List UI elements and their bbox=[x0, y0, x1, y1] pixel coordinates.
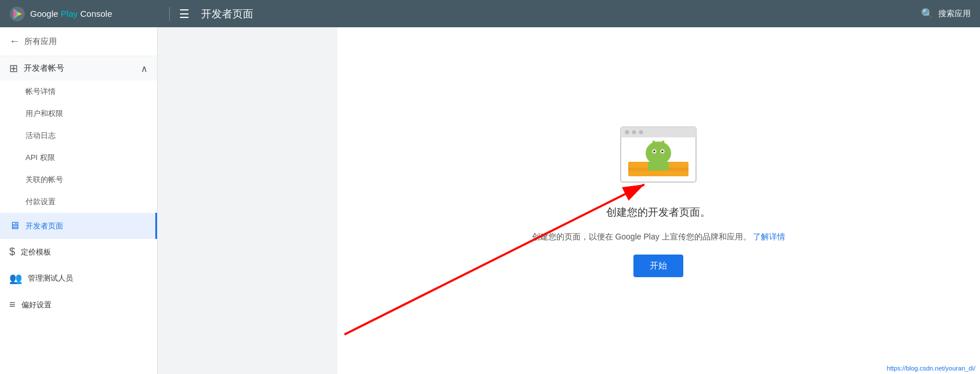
back-nav[interactable]: ← 所有应用 bbox=[0, 27, 157, 56]
pricing-icon: $ bbox=[9, 246, 15, 258]
logo-area: Google Play Console bbox=[9, 6, 160, 22]
header: Google Play Console ☰ 开发者页面 🔍 搜索应用 bbox=[0, 0, 980, 27]
back-arrow-icon: ← bbox=[9, 35, 20, 48]
sidebar-item-developer-page[interactable]: 🖥 开发者页面 bbox=[0, 213, 157, 239]
footer-url: https://blog.csdn.net/youran_di/ bbox=[887, 365, 975, 372]
page-title-header: 开发者页面 bbox=[201, 7, 253, 21]
test-managers-label: 管理测试人员 bbox=[28, 273, 73, 284]
section-header-left: ⊞ 开发者帐号 bbox=[9, 62, 64, 75]
content-area: 创建您的开发者页面。 创建您的页面，以便在 Google Play 上宣传您的品… bbox=[158, 27, 980, 374]
svg-point-5 bbox=[625, 130, 629, 135]
google-play-logo-icon bbox=[9, 6, 25, 22]
back-label: 所有应用 bbox=[24, 37, 57, 47]
developer-page-icon: 🖥 bbox=[9, 220, 20, 232]
developer-account-icon: ⊞ bbox=[9, 62, 18, 75]
svg-point-10 bbox=[646, 141, 671, 165]
header-divider bbox=[169, 7, 170, 21]
chevron-up-icon[interactable]: ∧ bbox=[141, 63, 148, 74]
start-button[interactable]: 开始 bbox=[633, 255, 683, 277]
svg-rect-19 bbox=[648, 162, 669, 170]
logo-text: Google Play Console bbox=[30, 9, 112, 19]
sidebar: ← 所有应用 ⊞ 开发者帐号 ∧ 帐号详情 用户和权限 活动日志 API 权限 … bbox=[0, 27, 158, 374]
sidebar-item-preferences[interactable]: ≡ 偏好设置 bbox=[0, 292, 157, 318]
sidebar-item-pricing[interactable]: $ 定价模板 bbox=[0, 239, 157, 265]
sidebar-item-api[interactable]: API 权限 bbox=[0, 147, 157, 169]
search-icon[interactable]: 🔍 bbox=[921, 8, 934, 20]
developer-page-illustration bbox=[612, 124, 705, 194]
developer-account-section[interactable]: ⊞ 开发者帐号 ∧ bbox=[0, 56, 157, 81]
content-title: 创建您的开发者页面。 bbox=[606, 205, 711, 219]
sidebar-item-payment[interactable]: 付款设置 bbox=[0, 191, 157, 213]
svg-rect-4 bbox=[621, 133, 696, 137]
developer-page-label: 开发者页面 bbox=[25, 221, 63, 231]
account-sub-items: 帐号详情 用户和权限 活动日志 API 权限 关联的帐号 付款设置 bbox=[0, 81, 157, 213]
content-left-panel bbox=[158, 27, 337, 374]
svg-point-6 bbox=[632, 130, 636, 135]
sidebar-item-linked-accounts[interactable]: 关联的帐号 bbox=[0, 169, 157, 191]
content-main: 创建您的开发者页面。 创建您的页面，以便在 Google Play 上宣传您的品… bbox=[337, 27, 980, 374]
test-managers-icon: 👥 bbox=[9, 272, 22, 285]
svg-point-17 bbox=[653, 141, 655, 144]
preferences-label: 偏好设置 bbox=[21, 300, 52, 310]
preferences-icon: ≡ bbox=[9, 299, 16, 311]
center-card: 创建您的开发者页面。 创建您的页面，以便在 Google Play 上宣传您的品… bbox=[532, 124, 786, 277]
hamburger-icon[interactable]: ☰ bbox=[179, 7, 190, 21]
sidebar-item-users-permissions[interactable]: 用户和权限 bbox=[0, 103, 157, 125]
svg-point-14 bbox=[662, 150, 664, 152]
developer-account-title: 开发者帐号 bbox=[24, 63, 64, 74]
header-left: Google Play Console ☰ 开发者页面 bbox=[9, 6, 253, 22]
pricing-label: 定价模板 bbox=[21, 247, 51, 257]
main-layout: ← 所有应用 ⊞ 开发者帐号 ∧ 帐号详情 用户和权限 活动日志 API 权限 … bbox=[0, 27, 980, 374]
sidebar-item-test-managers[interactable]: 👥 管理测试人员 bbox=[0, 265, 157, 292]
learn-more-link[interactable]: 了解详情 bbox=[753, 232, 785, 241]
header-right: 🔍 搜索应用 bbox=[921, 8, 971, 20]
svg-point-7 bbox=[639, 130, 643, 135]
svg-point-13 bbox=[654, 150, 656, 152]
content-description: 创建您的页面，以便在 Google Play 上宣传您的品牌和应用。 了解详情 bbox=[532, 231, 786, 243]
sidebar-item-activity-log[interactable]: 活动日志 bbox=[0, 125, 157, 147]
search-label[interactable]: 搜索应用 bbox=[938, 9, 971, 19]
sidebar-item-account-detail[interactable]: 帐号详情 bbox=[0, 81, 157, 103]
svg-point-18 bbox=[662, 141, 665, 144]
